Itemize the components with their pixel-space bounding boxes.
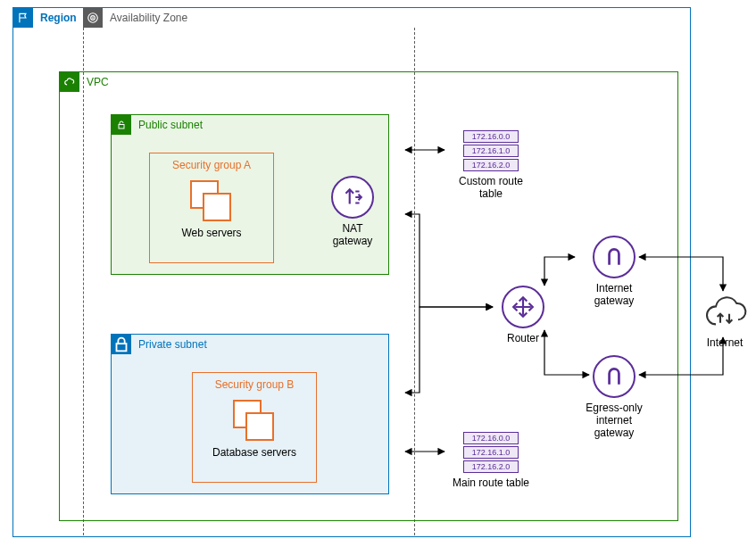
db-servers-label: Database servers — [193, 446, 316, 459]
route-table-icon: 172.16.0.0 172.16.1.0 172.16.2.0 — [463, 432, 519, 473]
public-subnet-box: Public subnet Security group A Web serve… — [111, 114, 389, 275]
private-subnet-label: Private subnet — [131, 338, 214, 351]
public-subnet-label: Public subnet — [131, 119, 210, 131]
az-label: Availability Zone — [103, 12, 195, 24]
main-route-label: Main route table — [446, 477, 536, 489]
route-row: 172.16.0.0 — [463, 432, 519, 444]
route-row: 172.16.0.0 — [463, 130, 519, 143]
cloud-icon — [60, 72, 79, 92]
egress-gateway-node: Egress-only internet gateway — [569, 355, 659, 439]
public-subnet-header: Public subnet — [112, 115, 210, 135]
internet-label: Internet — [698, 336, 752, 349]
svg-rect-3 — [119, 125, 124, 129]
az-header: Availability Zone — [83, 8, 195, 28]
egress-gateway-label: Egress-only internet gateway — [569, 402, 659, 439]
custom-route-label: Custom route table — [446, 175, 536, 200]
region-label: Region — [33, 12, 84, 24]
security-group-b-box: Security group B Database servers — [192, 372, 317, 483]
location-icon — [83, 8, 103, 28]
security-group-a-label: Security group A — [150, 153, 273, 171]
custom-route-table-node: 172.16.0.0 172.16.1.0 172.16.2.0 Custom … — [446, 130, 536, 200]
router-node: Router — [496, 286, 550, 344]
route-row: 172.16.2.0 — [463, 159, 519, 171]
route-row: 172.16.1.0 — [463, 145, 519, 157]
lock-open-icon — [112, 115, 131, 135]
vpc-header: VPC — [60, 72, 116, 92]
private-subnet-header: Private subnet — [112, 335, 214, 354]
internet-gateway-node: Internet gateway — [578, 236, 650, 307]
security-group-a-box: Security group A Web servers — [149, 153, 274, 263]
vpc-label: VPC — [79, 76, 116, 88]
security-group-b-label: Security group B — [193, 373, 316, 391]
egress-gateway-icon — [593, 355, 636, 398]
servers-icon — [190, 180, 233, 223]
lock-icon — [112, 335, 131, 354]
internet-gateway-label: Internet gateway — [578, 282, 650, 307]
nat-gateway-node: NAT gateway — [326, 176, 379, 247]
internet-node: Internet — [698, 294, 752, 349]
route-table-icon: 172.16.0.0 172.16.1.0 172.16.2.0 — [463, 130, 519, 171]
diagram-canvas: Region Availability Zone VPC Public subn… — [0, 0, 756, 547]
web-servers-label: Web servers — [150, 227, 273, 239]
internet-gateway-icon — [593, 236, 636, 278]
svg-rect-4 — [117, 344, 127, 351]
region-header: Region — [13, 8, 84, 28]
route-row: 172.16.1.0 — [463, 446, 519, 459]
router-icon — [502, 286, 544, 328]
nat-gateway-icon — [331, 176, 374, 219]
private-subnet-box: Private subnet Security group B Database… — [111, 334, 389, 494]
route-row: 172.16.2.0 — [463, 460, 519, 473]
servers-icon — [233, 400, 276, 443]
svg-point-2 — [92, 17, 94, 19]
flag-icon — [13, 8, 33, 28]
main-route-table-node: 172.16.0.0 172.16.1.0 172.16.2.0 Main ro… — [446, 432, 536, 489]
router-label: Router — [496, 332, 550, 344]
internet-cloud-icon — [698, 294, 752, 333]
nat-gateway-label: NAT gateway — [326, 222, 379, 247]
